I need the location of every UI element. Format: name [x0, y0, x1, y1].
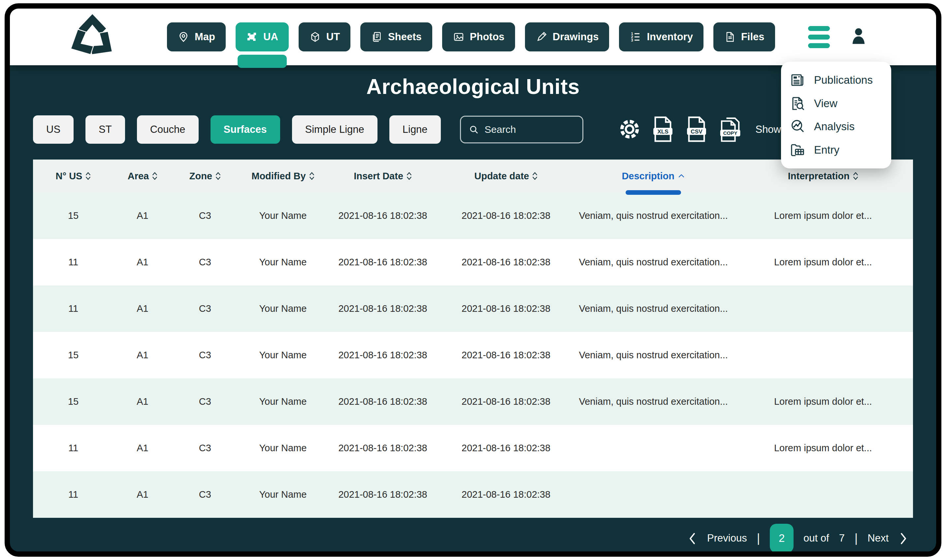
search-box[interactable]	[460, 116, 583, 143]
menu-item-publications[interactable]: Publications	[790, 72, 888, 88]
cell-interpretation: Lorem ipsum dolor et...	[733, 425, 913, 471]
csv-export-icon[interactable]: CSV	[686, 116, 707, 143]
cell-area: A1	[114, 192, 171, 239]
cell-us: 11	[33, 471, 114, 518]
cell-update-date: 2021-08-16 18:02:38	[438, 239, 574, 285]
nav-tab-map[interactable]: Map	[167, 22, 226, 51]
cell-insert-date: 2021-08-16 18:02:38	[327, 471, 438, 518]
settings-gear-icon[interactable]	[619, 119, 640, 140]
main-nav: Map UA UT Sheets	[167, 22, 775, 51]
map-pin-icon	[177, 31, 190, 43]
col-header-description[interactable]: Description	[574, 160, 733, 192]
nav-tab-photos[interactable]: Photos	[442, 22, 515, 51]
menu-item-entry[interactable]: Entry	[790, 142, 888, 158]
nav-tab-inventory[interactable]: 123 Inventory	[619, 22, 704, 51]
nav-tab-sheets[interactable]: Sheets	[360, 22, 432, 51]
archaeological-units-table: N° US Area Zone Modified By Insert Date	[33, 160, 913, 518]
navbar-right	[808, 26, 868, 48]
cell-zone: C3	[171, 285, 239, 332]
cell-insert-date: 2021-08-16 18:02:38	[327, 332, 438, 378]
app-window: Map UA UT Sheets	[5, 3, 941, 557]
nav-tab-label: UA	[263, 31, 278, 43]
table-row[interactable]: 11 A1 C3 Your Name 2021-08-16 18:02:38 2…	[33, 285, 913, 332]
cell-interpretation: Lorem ipsum dolor et...	[733, 378, 913, 425]
file-icon	[724, 31, 736, 43]
cube-icon	[309, 31, 321, 43]
chevron-left-icon[interactable]	[687, 532, 697, 545]
menu-item-analysis[interactable]: Analysis	[790, 118, 888, 134]
hamburger-menu-icon[interactable]	[808, 26, 830, 48]
show-label[interactable]: Show	[755, 124, 781, 135]
cell-modified-by: Your Name	[239, 378, 327, 425]
cell-interpretation: Lorem ipsum dolor et...	[733, 192, 913, 239]
nav-tab-files[interactable]: Files	[713, 22, 775, 51]
table-row[interactable]: 11 A1 C3 Your Name 2021-08-16 18:02:38 2…	[33, 471, 913, 518]
nav-tab-drawings[interactable]: Drawings	[525, 22, 610, 51]
svg-text:COPY: COPY	[723, 130, 738, 136]
pagination-divider: |	[855, 531, 858, 545]
search-icon	[469, 125, 479, 134]
cell-description: Veniam, quis nostrud exercitation...	[574, 192, 733, 239]
table-row[interactable]: 15 A1 C3 Your Name 2021-08-16 18:02:38 2…	[33, 332, 913, 378]
active-sort-underline	[626, 190, 681, 195]
nav-tab-label: Sheets	[388, 31, 422, 43]
out-of-label: out of	[804, 532, 829, 544]
cell-insert-date: 2021-08-16 18:02:38	[327, 425, 438, 471]
cell-insert-date: 2021-08-16 18:02:38	[327, 192, 438, 239]
cell-area: A1	[114, 239, 171, 285]
col-header-insert-date[interactable]: Insert Date	[327, 160, 438, 192]
nav-tab-ut[interactable]: UT	[299, 22, 350, 51]
cell-description: Veniam, quis nostrud exercitation...	[574, 332, 733, 378]
cell-update-date: 2021-08-16 18:02:38	[438, 192, 574, 239]
cell-description: Veniam, quis nostrud exercitation...	[574, 378, 733, 425]
sort-asc-icon	[678, 173, 685, 178]
col-header-area[interactable]: Area	[114, 160, 171, 192]
cell-interpretation	[733, 471, 913, 518]
cell-insert-date: 2021-08-16 18:02:38	[327, 239, 438, 285]
next-page-button[interactable]: Next	[867, 532, 889, 544]
col-header-modified-by[interactable]: Modified By	[239, 160, 327, 192]
filter-surfaces-button[interactable]: Surfaces	[210, 115, 280, 144]
cell-modified-by: Your Name	[239, 471, 327, 518]
filter-us-button[interactable]: US	[33, 115, 74, 144]
sort-icon	[152, 171, 157, 181]
filter-ligne-button[interactable]: Ligne	[389, 115, 441, 144]
cell-area: A1	[114, 425, 171, 471]
filter-couche-button[interactable]: Couche	[137, 115, 199, 144]
document-search-icon	[790, 95, 806, 111]
cell-area: A1	[114, 285, 171, 332]
sort-icon	[532, 171, 537, 181]
cell-zone: C3	[171, 332, 239, 378]
chevron-right-icon[interactable]	[898, 532, 908, 545]
cell-zone: C3	[171, 425, 239, 471]
search-input[interactable]	[484, 124, 574, 135]
user-account-icon[interactable]	[849, 26, 868, 48]
nav-tab-label: Files	[741, 31, 764, 43]
pagination: Previous | 2 out of 7 | Next	[10, 524, 936, 553]
col-header-update-date[interactable]: Update date	[438, 160, 574, 192]
cell-zone: C3	[171, 239, 239, 285]
total-pages: 7	[839, 532, 845, 544]
col-header-us[interactable]: N° US	[33, 160, 114, 192]
table-row[interactable]: 11 A1 C3 Your Name 2021-08-16 18:02:38 2…	[33, 425, 913, 471]
cell-update-date: 2021-08-16 18:02:38	[438, 285, 574, 332]
copy-export-icon[interactable]: COPY	[720, 116, 743, 143]
data-entry-icon	[790, 142, 806, 158]
filter-st-button[interactable]: ST	[85, 115, 125, 144]
cell-interpretation: Lorem ipsum dolor et...	[733, 239, 913, 285]
table-row[interactable]: 15 A1 C3 Your Name 2021-08-16 18:02:38 2…	[33, 192, 913, 239]
previous-page-button[interactable]: Previous	[707, 532, 747, 544]
nav-tab-ua[interactable]: UA	[236, 22, 289, 51]
numbered-list-icon: 123	[630, 31, 642, 43]
menu-item-view[interactable]: View	[790, 95, 888, 111]
top-navbar: Map UA UT Sheets	[10, 9, 936, 65]
cell-area: A1	[114, 332, 171, 378]
col-header-zone[interactable]: Zone	[171, 160, 239, 192]
table-row[interactable]: 15 A1 C3 Your Name 2021-08-16 18:02:38 2…	[33, 378, 913, 425]
cell-us: 15	[33, 378, 114, 425]
table-row[interactable]: 11 A1 C3 Your Name 2021-08-16 18:02:38 2…	[33, 239, 913, 285]
current-page-button[interactable]: 2	[770, 524, 793, 553]
cell-update-date: 2021-08-16 18:02:38	[438, 378, 574, 425]
filter-simple-ligne-button[interactable]: Simple Ligne	[292, 115, 378, 144]
xls-export-icon[interactable]: XLS	[652, 116, 673, 143]
